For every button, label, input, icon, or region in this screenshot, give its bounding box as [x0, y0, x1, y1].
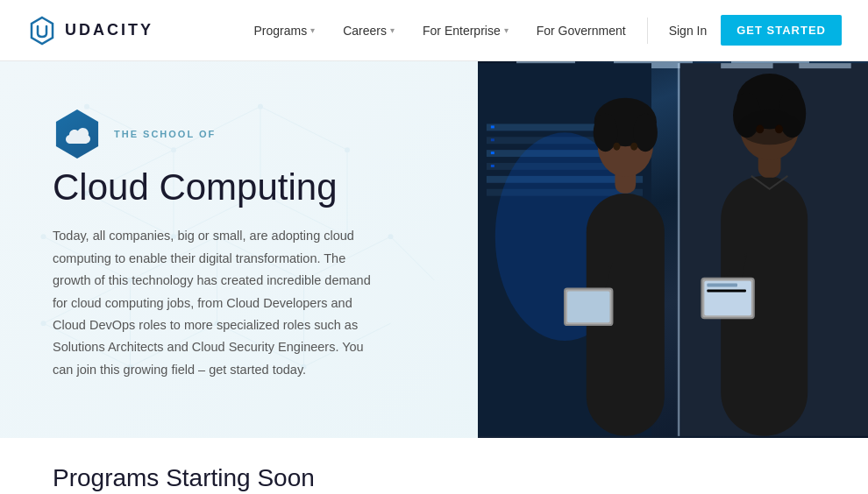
careers-chevron-icon: ▾	[390, 25, 395, 35]
for-government-nav-item[interactable]: For Government	[523, 0, 640, 61]
enterprise-chevron-icon: ▾	[504, 25, 509, 35]
svg-rect-55	[721, 63, 772, 68]
for-enterprise-nav-item[interactable]: For Enterprise ▾	[409, 0, 523, 61]
svg-rect-53	[678, 63, 679, 436]
hero-title: Cloud Computing	[53, 166, 434, 209]
hero-image	[478, 61, 869, 438]
svg-point-78	[756, 124, 764, 133]
hero-content: THE SCHOOL OF Cloud ComputingToday, all …	[0, 61, 478, 438]
hero-section: THE SCHOOL OF Cloud ComputingToday, all …	[0, 61, 868, 438]
svg-rect-49	[490, 152, 494, 154]
svg-point-65	[613, 143, 620, 151]
school-label: THE SCHOOL OF	[53, 109, 434, 159]
svg-rect-71	[707, 290, 746, 293]
svg-rect-56	[799, 63, 850, 68]
svg-rect-48	[490, 138, 494, 141]
svg-point-79	[775, 124, 783, 133]
svg-rect-47	[490, 125, 494, 128]
programs-chevron-icon: ▾	[310, 25, 315, 35]
nav-links: Programs ▾ Careers ▾ For Enterprise ▾ Fo…	[240, 0, 842, 61]
navbar: UDACITY Programs ▾ Careers ▾ For Enterpr…	[0, 0, 868, 61]
cloud-icon-svg	[64, 124, 90, 144]
programs-starting-soon-title: Programs Starting Soon	[53, 464, 815, 492]
svg-rect-70	[707, 284, 737, 287]
get-started-button[interactable]: GET STARTED	[721, 15, 842, 46]
svg-rect-59	[566, 292, 609, 323]
people-scene-svg	[478, 61, 869, 438]
svg-point-66	[630, 143, 637, 151]
careers-nav-item[interactable]: Careers ▾	[329, 0, 409, 61]
hero-photo-bg	[478, 61, 869, 438]
hero-description: Today, all companies, big or small, are …	[53, 225, 386, 381]
nav-divider	[647, 18, 648, 44]
logo-text: UDACITY	[65, 21, 153, 39]
programs-nav-item[interactable]: Programs ▾	[240, 0, 330, 61]
svg-rect-50	[490, 165, 494, 167]
udacity-logo-icon	[26, 15, 58, 46]
cloud-computing-icon	[53, 109, 102, 159]
logo-link[interactable]: UDACITY	[26, 15, 153, 46]
programs-section: Programs Starting Soon	[0, 438, 868, 494]
svg-point-77	[738, 110, 800, 145]
school-label-text: THE SCHOOL OF	[114, 129, 216, 139]
signin-link[interactable]: Sign In	[655, 24, 722, 38]
